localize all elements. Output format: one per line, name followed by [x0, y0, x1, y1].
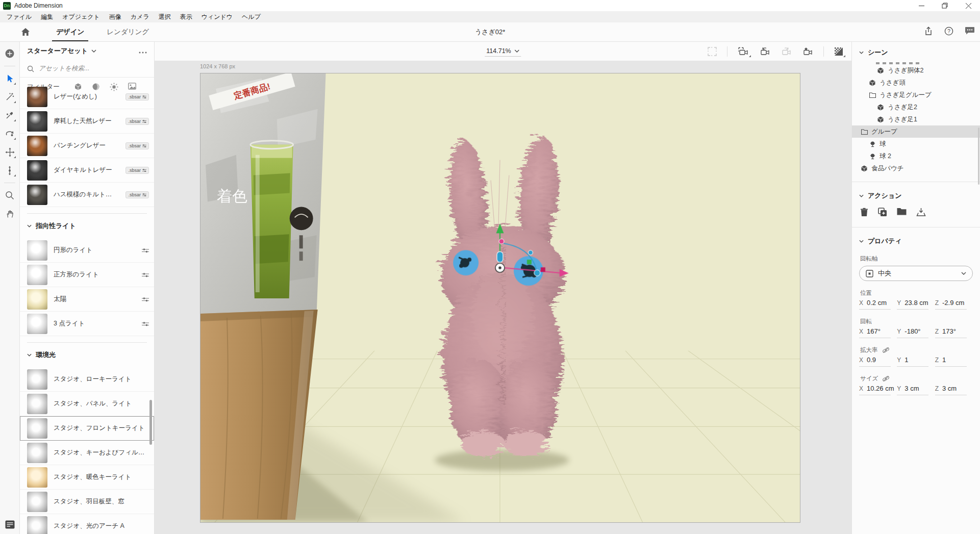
- group-button[interactable]: [897, 208, 907, 219]
- scene-tree-item[interactable]: 球: [852, 138, 980, 150]
- help-button[interactable]: ?: [944, 27, 953, 38]
- mode-tab[interactable]: レンダリング: [95, 22, 160, 41]
- environment-light-item[interactable]: スタジオ、ローキーライト: [20, 367, 154, 392]
- drop-to-ground-tool[interactable]: [2, 163, 17, 178]
- axis-value-field[interactable]: Z -2.9 cm: [935, 299, 971, 310]
- share-button[interactable]: [924, 27, 933, 38]
- axis-value-field[interactable]: Z 173°: [935, 327, 971, 338]
- material-item[interactable]: レザー(なめし) .sbsar: [20, 85, 154, 109]
- menu-item[interactable]: 画像: [105, 11, 126, 22]
- close-button[interactable]: [957, 0, 980, 11]
- light-item[interactable]: 正方形のライト: [20, 263, 154, 287]
- menu-item[interactable]: 選択: [154, 11, 175, 22]
- tree-row-clipped[interactable]: [852, 59, 980, 64]
- scene-tree-item[interactable]: グループ: [852, 125, 980, 138]
- pivot-dropdown[interactable]: 中央: [859, 266, 973, 281]
- magic-wand-tool[interactable]: [2, 89, 17, 105]
- light-thumbnail: [27, 314, 47, 334]
- hand-tool[interactable]: [2, 206, 17, 221]
- environment-light-item[interactable]: スタジオ、羽目板壁、窓: [20, 490, 154, 514]
- sliders-icon: [142, 319, 149, 328]
- unlink-icon[interactable]: [882, 347, 890, 353]
- camera-undo-button[interactable]: [759, 47, 770, 56]
- cube-icon: [869, 80, 875, 86]
- menu-item[interactable]: ヘルプ: [237, 11, 265, 22]
- more-options-icon[interactable]: [139, 46, 147, 56]
- environment-light-item[interactable]: スタジオ、フロントキーライト: [20, 416, 154, 441]
- environment-light-item[interactable]: スタジオ、パネル、ライト: [20, 392, 154, 416]
- export-button[interactable]: [916, 208, 926, 219]
- light-item[interactable]: 太陽: [20, 287, 154, 312]
- menu-item[interactable]: ファイル: [2, 11, 36, 22]
- menu-item[interactable]: カメラ: [126, 11, 154, 22]
- chevron-down-icon[interactable]: [27, 224, 32, 227]
- properties-panel-title: プロパティ: [868, 237, 902, 246]
- asset-panel-toggle[interactable]: [5, 520, 15, 531]
- drop-to-ground-icon: [6, 166, 14, 175]
- axis-value-field[interactable]: X 10.26 cm: [859, 385, 895, 395]
- scene-tree-item[interactable]: うさぎ胴体2: [852, 64, 980, 77]
- chevron-down-icon[interactable]: [859, 51, 864, 54]
- chevron-down-icon[interactable]: [859, 194, 864, 197]
- scrollbar-thumb[interactable]: [149, 400, 152, 445]
- zoom-level-dropdown[interactable]: 114.71%: [485, 46, 521, 57]
- axis-value-field[interactable]: X 167°: [859, 327, 895, 338]
- minimize-button[interactable]: [910, 0, 933, 11]
- camera-bookmark-button[interactable]: [738, 47, 749, 56]
- scene-tree-item[interactable]: 食品パウチ: [852, 162, 980, 174]
- axis-value-field[interactable]: Y 3 cm: [897, 385, 933, 395]
- material-item[interactable]: ダイヤキルトレザー .sbsar: [20, 158, 154, 183]
- environment-light-item[interactable]: スタジオ、光のアーチ A: [20, 514, 154, 534]
- environment-light-item[interactable]: スタジオ、キーおよびフィル…: [20, 441, 154, 465]
- move-icon: [5, 147, 15, 157]
- mode-tab[interactable]: デザイン: [45, 22, 95, 41]
- axis-value-field[interactable]: Y -180°: [897, 327, 933, 338]
- unlink-icon[interactable]: [882, 375, 890, 382]
- material-item[interactable]: 摩耗した天然レザー .sbsar: [20, 109, 154, 134]
- environment-light-item[interactable]: スタジオ、暖色キーライト: [20, 465, 154, 490]
- menu-item[interactable]: ウィンドウ: [197, 11, 237, 22]
- cube-icon: [877, 104, 884, 111]
- chevron-down-icon[interactable]: [91, 49, 96, 53]
- scene-tree-item[interactable]: 球 2: [852, 150, 980, 162]
- material-item[interactable]: ハス模様のキルト… .sbsar: [20, 183, 154, 207]
- menu-item[interactable]: オブジェクト: [58, 11, 105, 22]
- light-item[interactable]: 円形のライト: [20, 238, 154, 263]
- axis-value-field[interactable]: X 0.9: [859, 356, 895, 367]
- home-button[interactable]: [15, 28, 36, 36]
- scene-tree-item[interactable]: うさぎ足グループ: [852, 89, 980, 101]
- eyedropper-tool[interactable]: [2, 108, 17, 123]
- camera-redo-button[interactable]: [781, 47, 792, 56]
- zoom-tool[interactable]: [2, 188, 17, 203]
- menu-item[interactable]: 編集: [36, 11, 58, 22]
- menu-item[interactable]: 表示: [175, 11, 197, 22]
- scene-tree-item[interactable]: うさぎ頭: [852, 77, 980, 89]
- axis-value-field[interactable]: Y 23.8 cm: [897, 299, 933, 310]
- select-tool[interactable]: [2, 71, 17, 86]
- axis-value-field[interactable]: Z 1: [935, 356, 971, 367]
- canvas-3d-scene[interactable]: 定番商品! 着色: [200, 73, 800, 523]
- scrollbar-thumb[interactable]: [978, 128, 979, 185]
- move-tool[interactable]: [2, 144, 17, 160]
- material-item[interactable]: パンチングレザー .sbsar: [20, 134, 154, 158]
- chevron-down-icon[interactable]: [27, 353, 32, 357]
- asset-search-input[interactable]: アセットを検索...: [20, 60, 154, 78]
- app-logo: Dn: [3, 2, 11, 10]
- axis-value-field[interactable]: Z 3 cm: [935, 385, 971, 395]
- light-item[interactable]: 3 点ライト: [20, 312, 154, 336]
- hand-icon: [5, 209, 14, 218]
- camera-save-button[interactable]: [802, 47, 813, 56]
- delete-button[interactable]: [860, 208, 868, 219]
- axis-value-field[interactable]: X 0.2 cm: [859, 299, 895, 310]
- restore-button[interactable]: [933, 0, 957, 11]
- render-preview-button[interactable]: [834, 47, 843, 56]
- axis-value-field[interactable]: Y 1: [897, 356, 933, 367]
- chevron-down-icon[interactable]: [859, 240, 864, 243]
- add-content-button[interactable]: [2, 46, 17, 61]
- orbit-tool[interactable]: [2, 126, 17, 141]
- scene-tree-item[interactable]: うさぎ足1: [852, 113, 980, 125]
- scene-tree-item[interactable]: うさぎ足2: [852, 101, 980, 113]
- duplicate-button[interactable]: [878, 208, 887, 219]
- feedback-button[interactable]: [965, 27, 975, 37]
- select-frame-button[interactable]: [708, 47, 717, 56]
